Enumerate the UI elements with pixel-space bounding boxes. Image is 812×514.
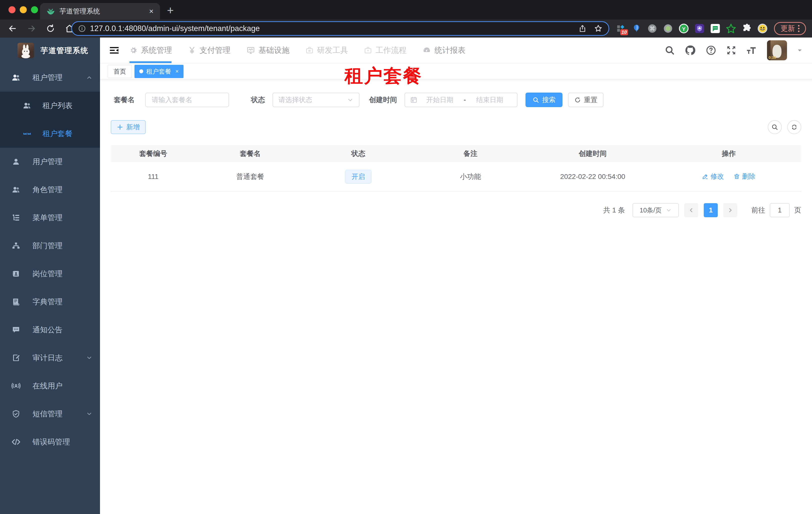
post-badge-icon — [11, 270, 21, 278]
new-tab-button[interactable]: + — [167, 3, 174, 17]
cell-remark: 小功能 — [412, 172, 529, 182]
status-label: 状态 — [251, 95, 265, 105]
search-icon — [532, 97, 539, 103]
tab-close-icon[interactable]: × — [149, 7, 153, 15]
sidebar-item-dict-management[interactable]: 字典管理 — [0, 288, 100, 316]
sidebar-item-audit-log[interactable]: 审计日志 — [0, 344, 100, 372]
sidebar-item-tenant-list[interactable]: 租户列表 — [0, 91, 100, 119]
browser-tab[interactable]: 芋道管理系统 × — [40, 3, 160, 20]
minimize-window-button[interactable] — [20, 6, 27, 13]
refresh-icon — [791, 124, 798, 131]
sidebar-item-online-users[interactable]: 在线用户 — [0, 372, 100, 400]
extension-command-icon[interactable]: ⌘ — [647, 23, 658, 34]
nav-item-workflow[interactable]: 工作流程 — [364, 37, 406, 63]
add-button[interactable]: 新增 — [111, 120, 146, 134]
total-count: 共 1 条 — [603, 206, 625, 215]
chevron-down-icon — [86, 411, 92, 417]
nav-item-payment[interactable]: 支付管理 — [188, 37, 231, 63]
header-search-icon[interactable] — [665, 45, 675, 56]
status-select[interactable]: 请选择状态 — [272, 92, 359, 107]
nav-item-dev-tools[interactable]: 研发工具 — [306, 37, 348, 63]
extension-tasks-icon[interactable]: 10 — [615, 23, 626, 34]
sidebar-item-notice[interactable]: 通知公告 — [0, 316, 100, 344]
page-title-overlay: 租户套餐 — [345, 63, 423, 88]
site-info-icon[interactable] — [78, 25, 86, 32]
sidebar-collapse-icon[interactable] — [100, 37, 124, 63]
extension-balloon-icon[interactable] — [631, 23, 642, 34]
page-number-1[interactable]: 1 — [704, 203, 718, 217]
goto-page-input[interactable] — [770, 207, 789, 214]
package-name-input[interactable] — [146, 96, 229, 104]
sidebar-item-post-management[interactable]: 岗位管理 — [0, 260, 100, 288]
briefcase-icon — [364, 46, 372, 54]
peoples-icon — [22, 101, 32, 110]
extensions-puzzle-icon[interactable] — [742, 23, 752, 34]
pagination: 共 1 条 10条/页 1 前往 页 — [111, 203, 801, 217]
end-date-placeholder[interactable]: 结束日期 — [467, 96, 512, 104]
prev-page-button[interactable] — [684, 203, 698, 217]
sidebar-item-sms-management[interactable]: 短信管理 — [0, 400, 100, 428]
sidebar-item-user-management[interactable]: 用户管理 — [0, 147, 100, 176]
font-size-icon[interactable] — [746, 45, 757, 56]
bookmark-star-icon[interactable] — [594, 24, 603, 33]
goto-input-wrap — [770, 203, 790, 217]
user-avatar[interactable]: 0:30 — [767, 40, 787, 60]
sidebar-item-tenant-package[interactable]: 租户套餐 — [0, 119, 100, 147]
avatar-caret-icon[interactable] — [796, 47, 803, 54]
nav-item-system[interactable]: 系统管理 — [129, 37, 172, 63]
edit-link[interactable]: 修改 — [702, 172, 724, 181]
share-icon[interactable] — [579, 25, 586, 32]
extension-star-icon[interactable] — [726, 23, 736, 34]
code-icon — [11, 437, 21, 447]
add-label: 新增 — [126, 123, 140, 132]
start-date-placeholder[interactable]: 开始日期 — [417, 96, 462, 104]
reset-button[interactable]: 重置 — [568, 92, 604, 107]
window-controls[interactable] — [8, 6, 38, 13]
date-range-picker[interactable]: 开始日期 - 结束日期 — [405, 92, 518, 107]
zoom-window-button[interactable] — [31, 6, 38, 13]
menu-label: 菜单管理 — [32, 213, 62, 223]
forward-icon[interactable] — [27, 24, 36, 33]
delete-link[interactable]: 删除 — [733, 172, 755, 181]
sidebar-item-menu-management[interactable]: 菜单管理 — [0, 204, 100, 232]
tag-tenant-package[interactable]: 租户套餐 × — [135, 65, 183, 78]
toolbar-search-toggle-button[interactable] — [768, 120, 782, 134]
extension-gray-circle-icon[interactable] — [663, 23, 673, 34]
profile-emoji-icon[interactable] — [757, 23, 768, 34]
sidebar-item-error-code[interactable]: 错误码管理 — [0, 428, 100, 456]
tag-home[interactable]: 首页 — [108, 65, 132, 78]
next-page-button[interactable] — [723, 203, 737, 217]
nav-item-infrastructure[interactable]: 基础设施 — [246, 37, 290, 63]
date-separator: - — [462, 96, 467, 104]
select-chevron-icon — [347, 97, 353, 103]
menu-label: 错误码管理 — [32, 437, 70, 447]
help-icon[interactable] — [705, 45, 717, 56]
sidebar-item-dept-management[interactable]: 部门管理 — [0, 232, 100, 260]
page-size-select[interactable]: 10条/页 — [633, 203, 679, 217]
close-window-button[interactable] — [8, 6, 16, 13]
url-bar[interactable]: 127.0.0.1:48080/admin-ui/system/tenant/p… — [71, 21, 609, 36]
sidebar-item-role-management[interactable]: 角色管理 — [0, 176, 100, 204]
favicon-plant-icon — [47, 7, 55, 16]
extension-shield-icon[interactable] — [694, 23, 705, 34]
nav-label: 工作流程 — [376, 45, 406, 56]
browser-update-button[interactable]: 更新 — [774, 22, 806, 35]
toolbar-refresh-button[interactable] — [787, 120, 801, 134]
fullscreen-icon[interactable] — [726, 45, 736, 56]
url-text[interactable]: 127.0.0.1:48080/admin-ui/system/tenant/p… — [90, 24, 579, 33]
extension-chat-icon[interactable] — [710, 23, 721, 34]
header-actions: 0:30 — [665, 37, 803, 63]
reload-icon[interactable] — [46, 24, 56, 33]
back-icon[interactable] — [7, 24, 18, 33]
menu-label: 角色管理 — [32, 185, 62, 195]
github-icon[interactable] — [685, 45, 696, 56]
browser-menu-icon[interactable] — [798, 25, 800, 32]
sidebar-logo: 芋道管理系统 — [0, 37, 100, 63]
tag-close-icon[interactable]: × — [175, 68, 179, 75]
top-navigation: 系统管理 支付管理 基础设施 研发工具 — [129, 37, 482, 63]
calendar-icon — [410, 96, 417, 104]
nav-item-reports[interactable]: 统计报表 — [423, 37, 465, 63]
sidebar-item-tenant-management[interactable]: 租户管理 — [0, 63, 100, 91]
search-button[interactable]: 搜索 — [525, 92, 562, 107]
extension-y-green-icon[interactable]: Y — [678, 23, 689, 34]
